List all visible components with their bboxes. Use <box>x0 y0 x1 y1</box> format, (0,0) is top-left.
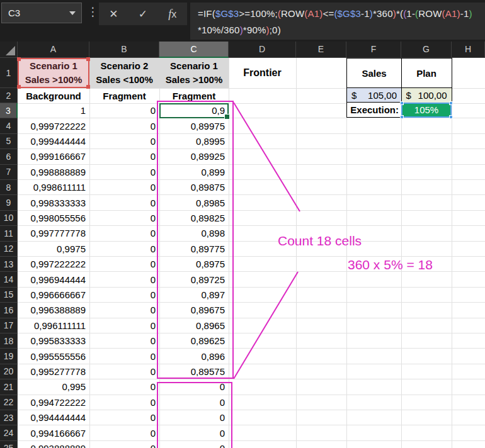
row-header-15[interactable]: 15 <box>0 288 18 303</box>
cell-B20[interactable]: 0 <box>89 364 156 379</box>
select-all-button[interactable] <box>0 42 18 58</box>
cell-C6[interactable]: 0,89925 <box>159 149 225 164</box>
cell-C11[interactable]: 0,898 <box>159 226 225 240</box>
row-header-5[interactable]: 5 <box>0 134 18 149</box>
cell-C12[interactable]: 0,89775 <box>159 242 225 256</box>
row-header-1[interactable]: 1 <box>0 58 18 88</box>
cell-D1[interactable]: Frontier <box>229 58 296 88</box>
row-header-22[interactable]: 22 <box>0 395 18 410</box>
cell-A1[interactable]: Scenario 1 Sales >100% <box>18 58 89 88</box>
column-header-G[interactable]: G <box>401 42 452 58</box>
cell-B11[interactable]: 0 <box>89 226 156 240</box>
cell-B17[interactable]: 0 <box>89 318 156 333</box>
cell-A20[interactable]: 0,995277778 <box>18 364 86 379</box>
cell-G1[interactable]: Plan <box>401 58 452 88</box>
cell-B8[interactable]: 0 <box>89 180 156 194</box>
cell-G3[interactable]: 105% <box>401 103 452 118</box>
row-header-4[interactable]: 4 <box>0 118 18 133</box>
cell-B2[interactable]: Fragment <box>89 88 159 103</box>
row-header-23[interactable]: 23 <box>0 410 18 425</box>
formula-input[interactable]: =IF($G$3>=100%;(ROW(A1)<=($G$3-1)*360)*(… <box>190 3 485 40</box>
row-header-13[interactable]: 13 <box>0 257 18 272</box>
column-header-B[interactable]: B <box>89 42 159 58</box>
row-header-9[interactable]: 9 <box>0 195 18 210</box>
row-header-19[interactable]: 19 <box>0 349 18 364</box>
cell-B9[interactable]: 0 <box>89 195 156 210</box>
name-box-dropdown-icon[interactable] <box>69 11 76 15</box>
cell-C8[interactable]: 0,89875 <box>159 180 225 194</box>
cell-C16[interactable]: 0,89675 <box>159 303 225 317</box>
cell-A11[interactable]: 0,997777778 <box>18 226 86 240</box>
cell-C4[interactable]: 0,89975 <box>159 118 225 133</box>
cell-B5[interactable]: 0 <box>89 134 156 148</box>
row-header-7[interactable]: 7 <box>0 165 18 180</box>
cell-A10[interactable]: 0,998055556 <box>18 211 86 225</box>
cell-A13[interactable]: 0,997222222 <box>18 257 86 271</box>
cell-F2[interactable]: $ 105,00 <box>346 87 402 103</box>
cell-C7[interactable]: 0,899 <box>159 165 225 179</box>
cell-C22[interactable]: 0 <box>159 395 225 410</box>
cell-A19[interactable]: 0,995555556 <box>18 349 86 363</box>
cell-G2[interactable]: $ 100,00 <box>401 87 452 103</box>
cell-C17[interactable]: 0,8965 <box>159 318 225 333</box>
cell-B18[interactable]: 0 <box>89 333 156 348</box>
column-header-D[interactable]: D <box>229 42 296 58</box>
cell-A6[interactable]: 0,999166667 <box>18 149 86 164</box>
cell-C19[interactable]: 0,896 <box>159 349 225 363</box>
row-header-16[interactable]: 16 <box>0 303 18 318</box>
cell-A24[interactable]: 0,994166667 <box>18 425 86 440</box>
cell-C15[interactable]: 0,897 <box>159 288 225 302</box>
cell-B19[interactable]: 0 <box>89 349 156 363</box>
cell-A16[interactable]: 0,996388889 <box>18 303 86 317</box>
cell-A12[interactable]: 0,9975 <box>18 242 86 256</box>
cell-B14[interactable]: 0 <box>89 272 156 286</box>
cell-B23[interactable]: 0 <box>89 410 156 425</box>
cell-B3[interactable]: 0 <box>89 103 156 118</box>
row-header-10[interactable]: 10 <box>0 211 18 226</box>
active-cell-selection[interactable] <box>159 103 229 118</box>
cell-B7[interactable]: 0 <box>89 165 156 179</box>
fill-handle[interactable] <box>224 114 230 120</box>
cell-B24[interactable]: 0 <box>89 425 156 440</box>
row-header-21[interactable]: 21 <box>0 379 18 395</box>
cell-C18[interactable]: 0,89625 <box>159 333 225 348</box>
cell-C1[interactable]: Scenario 1 Sales >100% <box>159 58 229 88</box>
cell-B16[interactable]: 0 <box>89 303 156 317</box>
insert-function-button[interactable]: fx <box>163 8 182 21</box>
cell-C13[interactable]: 0,8975 <box>159 257 225 271</box>
cell-A18[interactable]: 0,995833333 <box>18 333 86 348</box>
cell-B22[interactable]: 0 <box>89 395 156 410</box>
column-header-E[interactable]: E <box>296 42 346 58</box>
cell-A9[interactable]: 0,998333333 <box>18 195 86 210</box>
row-header-24[interactable]: 24 <box>0 425 18 440</box>
row-header-8[interactable]: 8 <box>0 180 18 195</box>
column-header-H[interactable]: H <box>452 42 485 58</box>
cell-C9[interactable]: 0,8985 <box>159 195 225 210</box>
cell-B13[interactable]: 0 <box>89 257 156 271</box>
cell-A22[interactable]: 0,994722222 <box>18 395 86 410</box>
cell-A5[interactable]: 0,999444444 <box>18 134 86 148</box>
cell-A21[interactable]: 0,995 <box>18 379 86 394</box>
cell-C10[interactable]: 0,89825 <box>159 211 225 225</box>
row-header-12[interactable]: 12 <box>0 242 18 257</box>
cell-A4[interactable]: 0,999722222 <box>18 118 86 133</box>
row-header-3[interactable]: 3 <box>0 103 18 118</box>
cell-B21[interactable]: 0 <box>89 379 156 394</box>
cell-A17[interactable]: 0,996111111 <box>18 318 86 333</box>
cell-A14[interactable]: 0,996944444 <box>18 272 86 286</box>
row-header-25[interactable]: 25 <box>0 441 18 448</box>
name-box[interactable]: C3 <box>1 3 82 23</box>
cell-C23[interactable]: 0 <box>159 410 225 425</box>
cell-F3[interactable]: Execution: <box>346 102 402 118</box>
cell-A3[interactable]: 1 <box>18 103 86 118</box>
cell-C5[interactable]: 0,8995 <box>159 134 225 148</box>
cell-B12[interactable]: 0 <box>89 242 156 256</box>
cell-C14[interactable]: 0,89725 <box>159 272 225 286</box>
column-header-C[interactable]: C <box>159 42 229 58</box>
row-header-2[interactable]: 2 <box>0 88 18 103</box>
cell-A2[interactable]: Background <box>18 88 89 103</box>
cell-C20[interactable]: 0,89575 <box>159 364 225 379</box>
cell-A25[interactable]: 0,993888889 <box>18 441 86 448</box>
cell-A7[interactable]: 0,998888889 <box>18 165 86 179</box>
row-header-11[interactable]: 11 <box>0 226 18 241</box>
